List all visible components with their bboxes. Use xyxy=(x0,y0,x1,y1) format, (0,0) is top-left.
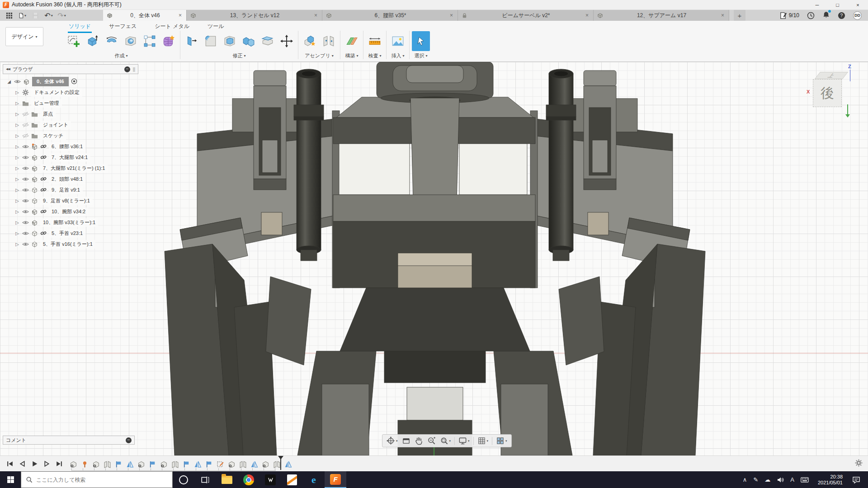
timeline-flag-feature[interactable] xyxy=(148,460,157,469)
expand-arrow-icon[interactable]: ▷ xyxy=(14,231,20,236)
browser-row-component[interactable]: ▷ 7、大腿部 v21(ミラー) (1):1 xyxy=(3,163,138,174)
doc-tab-youbu[interactable]: 6、腰部 v35* × xyxy=(322,10,458,21)
construction-plane-icon[interactable] xyxy=(343,31,361,51)
expand-arrow-icon[interactable]: ▷ xyxy=(14,209,20,214)
file-menu-icon[interactable]: ▾ xyxy=(19,12,26,19)
action-center-icon[interactable] xyxy=(847,476,865,484)
timeline-joint-feature[interactable] xyxy=(103,460,112,469)
display-settings[interactable]: ▾ xyxy=(457,436,471,446)
look-at-tool[interactable] xyxy=(401,436,412,446)
timeline-ground-pin-feature[interactable] xyxy=(80,460,89,469)
timeline-mirror-feature[interactable] xyxy=(250,460,259,469)
timeline-flag-feature[interactable] xyxy=(114,460,123,469)
tray-volume-icon[interactable] xyxy=(777,476,784,483)
browser-row-doc-settings[interactable]: ▷ ドキュメントの設定 xyxy=(3,87,138,98)
help-icon[interactable] xyxy=(838,12,845,19)
timeline-flag-feature[interactable] xyxy=(205,460,213,469)
split-body-icon[interactable] xyxy=(259,31,277,51)
group-label-construct[interactable]: 構築▾ xyxy=(345,52,358,59)
timeline-play-button[interactable] xyxy=(31,460,38,468)
pan-tool[interactable] xyxy=(413,436,425,446)
comments-bar[interactable]: コメント − xyxy=(3,436,135,445)
shell-icon[interactable] xyxy=(221,31,239,51)
file-explorer-icon[interactable] xyxy=(216,471,238,488)
visibility-off-icon[interactable] xyxy=(22,122,29,128)
taskbar-search[interactable] xyxy=(21,471,173,488)
visibility-eye-icon[interactable] xyxy=(22,230,29,237)
timeline-skip-start-button[interactable] xyxy=(6,460,14,468)
group-label-create[interactable]: 作成▾ xyxy=(114,52,127,59)
visibility-eye-icon[interactable] xyxy=(14,78,21,85)
expand-arrow-icon[interactable]: ▷ xyxy=(14,242,20,247)
create-form-icon[interactable] xyxy=(160,31,178,51)
visibility-eye-icon[interactable] xyxy=(22,208,29,215)
visibility-off-icon[interactable] xyxy=(22,132,29,139)
visibility-eye-icon[interactable] xyxy=(22,176,29,183)
browser-root-row[interactable]: ◢ 0、全体 v46 xyxy=(3,76,138,87)
expand-arrow-icon[interactable]: ▷ xyxy=(14,166,20,171)
browser-row-component[interactable]: ▷ 5、手首 v16(ミラー):1 xyxy=(3,239,138,249)
browser-row-component[interactable]: ▷ 10、腕部 v34:2 xyxy=(3,206,138,217)
timeline-component-feature[interactable] xyxy=(137,460,146,469)
timeline-skip-end-button[interactable] xyxy=(55,460,63,468)
visibility-eye-icon[interactable] xyxy=(22,165,29,172)
expand-arrow-icon[interactable]: ▷ xyxy=(14,90,20,95)
expand-arrow-icon[interactable]: ◢ xyxy=(6,79,12,84)
minimize-button[interactable]: ─ xyxy=(807,0,827,10)
timeline-component-feature[interactable] xyxy=(261,460,270,469)
tray-keyboard-icon[interactable] xyxy=(801,477,809,483)
timeline-component-feature[interactable] xyxy=(92,460,100,469)
extrude-icon[interactable] xyxy=(84,31,102,51)
timeline-mirror-feature[interactable] xyxy=(284,460,292,469)
doc-tab-beamsaber[interactable]: ビームサーベル v2* × xyxy=(458,10,594,21)
tray-chevron-icon[interactable]: ∧ xyxy=(743,476,747,483)
insert-canvas-icon[interactable] xyxy=(389,31,407,51)
app-grid-icon[interactable] xyxy=(5,12,13,19)
user-avatar[interactable]: DD xyxy=(853,11,862,20)
save-icon[interactable] xyxy=(32,12,39,19)
tab-close-icon[interactable]: × xyxy=(720,12,725,19)
job-status-clock-icon[interactable] xyxy=(807,12,815,19)
fit-tool[interactable]: ▾ xyxy=(439,436,453,446)
expand-arrow-icon[interactable]: ▷ xyxy=(14,188,20,192)
timeline-component-feature[interactable] xyxy=(69,460,78,469)
browser-row-component[interactable]: ▷ 9、足首 v9:1 xyxy=(3,184,138,195)
expand-arrow-icon[interactable]: ▷ xyxy=(14,144,20,149)
redo-icon[interactable]: ↷▾ xyxy=(58,12,66,19)
browser-row-component[interactable]: ▷ 2、頭部 v48:1 xyxy=(3,174,138,184)
timeline-component-feature[interactable] xyxy=(160,460,168,469)
group-label-inspect[interactable]: 検査▾ xyxy=(368,52,381,59)
combine-icon[interactable] xyxy=(240,31,258,51)
expand-arrow-icon[interactable]: ▷ xyxy=(14,101,20,106)
panel-grip[interactable]: || xyxy=(133,67,135,72)
browser-row-component[interactable]: ▷ 9、足首 v8(ミラー):1 xyxy=(3,195,138,206)
expand-arrow-icon[interactable]: ▷ xyxy=(14,155,20,160)
visibility-off-icon[interactable] xyxy=(22,111,29,117)
visibility-eye-icon[interactable] xyxy=(22,154,29,161)
tab-close-icon[interactable]: × xyxy=(313,12,318,19)
hide-panel-icon[interactable]: − xyxy=(124,66,130,72)
view-cube-back-face[interactable]: 後 xyxy=(813,79,842,107)
browser-row-component[interactable]: ▷ 5、手首 v23:1 xyxy=(3,228,138,239)
doc-tab-randoseru[interactable]: 13、ランドセル v12 × xyxy=(187,10,322,21)
tab-close-icon[interactable]: × xyxy=(449,12,454,19)
pattern-icon[interactable] xyxy=(141,31,159,51)
create-sketch-icon[interactable] xyxy=(65,31,83,51)
press-pull-icon[interactable] xyxy=(183,31,201,51)
visibility-eye-icon[interactable] xyxy=(22,143,29,150)
expand-arrow-icon[interactable]: ▷ xyxy=(14,112,20,117)
visibility-eye-icon[interactable] xyxy=(22,219,29,226)
new-component-icon[interactable] xyxy=(301,31,319,51)
timeline-mirror-feature[interactable] xyxy=(193,460,202,469)
hole-icon[interactable] xyxy=(122,31,140,51)
browser-row-origin[interactable]: ▷ 原点 xyxy=(3,108,138,119)
tray-pen-icon[interactable]: ✎ xyxy=(753,476,758,483)
select-tool-icon[interactable] xyxy=(412,31,430,51)
timeline-joint-feature[interactable] xyxy=(239,460,247,469)
timeline-joint-feature[interactable] xyxy=(171,460,179,469)
orbit-tool[interactable]: ▾ xyxy=(385,436,399,446)
collapse-panel-icon[interactable]: ◀◀ xyxy=(6,67,10,71)
tab-close-icon[interactable]: × xyxy=(178,12,183,19)
group-label-insert[interactable]: 挿入▾ xyxy=(391,52,404,59)
expand-arrow-icon[interactable]: ▷ xyxy=(14,220,20,225)
